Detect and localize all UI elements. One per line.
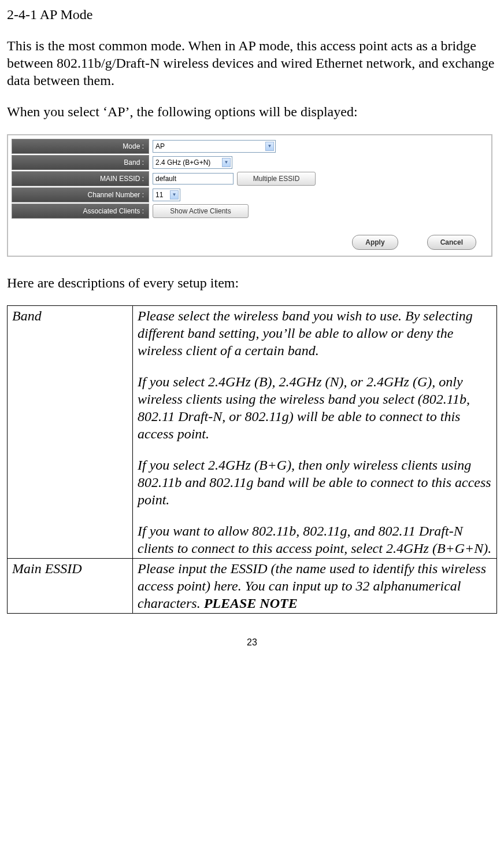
- desc-band: Please select the wireless band you wish…: [133, 306, 497, 559]
- page-number: 23: [7, 637, 497, 648]
- channel-value-cell: 11 ▼: [149, 187, 488, 202]
- essid-label: MAIN ESSID :: [12, 171, 149, 186]
- essid-input-value: default: [155, 175, 176, 183]
- desc-essid: Please input the ESSID (the name used to…: [133, 559, 497, 614]
- essid-value-cell: default Multiple ESSID: [149, 171, 488, 186]
- apply-button[interactable]: Apply: [352, 235, 398, 250]
- mode-select[interactable]: AP ▼: [153, 140, 276, 153]
- band-desc-p1: Please select the wireless band you wish…: [138, 307, 492, 359]
- config-row-band: Band : 2.4 GHz (B+G+N) ▼: [12, 155, 488, 170]
- show-active-clients-button[interactable]: Show Active Clients: [153, 204, 249, 218]
- intro-paragraph-1: This is the most common mode. When in AP…: [7, 37, 497, 89]
- mode-label: Mode :: [12, 139, 149, 154]
- table-row: Band Please select the wireless band you…: [8, 306, 497, 559]
- essid-input[interactable]: default: [153, 173, 234, 184]
- mode-select-value: AP: [155, 142, 165, 151]
- config-panel: Mode : AP ▼ Band : 2.4 GHz (B+G+N) ▼ MAI…: [7, 134, 492, 257]
- channel-select[interactable]: 11 ▼: [153, 189, 180, 201]
- chevron-down-icon: ▼: [170, 190, 179, 200]
- assoc-value-cell: Show Active Clients: [149, 204, 488, 219]
- panel-actions: Apply Cancel: [12, 235, 488, 250]
- section-heading: 2-4-1 AP Mode: [7, 6, 497, 23]
- config-row-essid: MAIN ESSID : default Multiple ESSID: [12, 171, 488, 186]
- chevron-down-icon: ▼: [265, 142, 274, 151]
- essid-desc-bold: PLEASE NOTE: [204, 596, 298, 611]
- mode-value-cell: AP ▼: [149, 139, 488, 154]
- cancel-button[interactable]: Cancel: [427, 235, 476, 250]
- essid-desc-text: Please input the ESSID (the name used to…: [138, 561, 486, 611]
- config-row-channel: Channel Number : 11 ▼: [12, 187, 488, 202]
- term-essid: Main ESSID: [8, 559, 133, 614]
- term-band: Band: [8, 306, 133, 559]
- config-row-assoc: Associated Clients : Show Active Clients: [12, 204, 488, 219]
- table-row: Main ESSID Please input the ESSID (the n…: [8, 559, 497, 614]
- essid-desc-p1: Please input the ESSID (the name used to…: [138, 560, 492, 612]
- band-desc-p4: If you want to allow 802.11b, 802.11g, a…: [138, 522, 492, 557]
- band-desc-p3: If you select 2.4GHz (B+G), then only wi…: [138, 456, 492, 508]
- channel-label: Channel Number :: [12, 187, 149, 202]
- descriptions-intro: Here are descriptions of every setup ite…: [7, 274, 497, 291]
- intro-paragraph-2: When you select ‘AP’, the following opti…: [7, 103, 497, 120]
- multiple-essid-button[interactable]: Multiple ESSID: [237, 172, 316, 186]
- band-value-cell: 2.4 GHz (B+G+N) ▼: [149, 155, 488, 170]
- band-select[interactable]: 2.4 GHz (B+G+N) ▼: [153, 156, 232, 169]
- band-desc-p2: If you select 2.4GHz (B), 2.4GHz (N), or…: [138, 373, 492, 442]
- config-row-mode: Mode : AP ▼: [12, 139, 488, 154]
- band-select-value: 2.4 GHz (B+G+N): [155, 158, 210, 167]
- channel-select-value: 11: [155, 191, 163, 200]
- descriptions-table: Band Please select the wireless band you…: [7, 305, 497, 614]
- assoc-label: Associated Clients :: [12, 204, 149, 219]
- band-label: Band :: [12, 155, 149, 170]
- chevron-down-icon: ▼: [222, 158, 231, 167]
